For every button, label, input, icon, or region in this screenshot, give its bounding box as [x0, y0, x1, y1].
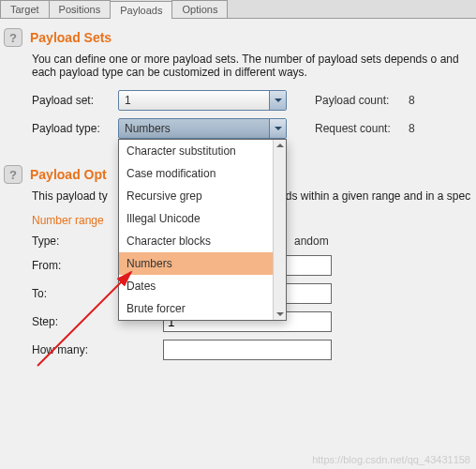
help-icon[interactable]: ? — [4, 165, 22, 184]
option-case-modification[interactable]: Case modification — [119, 162, 286, 185]
payload-set-select[interactable]: 1 — [118, 90, 287, 111]
tab-payloads[interactable]: Payloads — [110, 1, 172, 19]
request-count-value: 8 — [409, 122, 415, 135]
payload-count-value: 8 — [409, 94, 415, 107]
chevron-down-icon[interactable] — [269, 91, 286, 110]
payload-type-label: Payload type: — [32, 122, 118, 135]
type-radio-random[interactable]: andom — [294, 234, 329, 248]
request-count-label: Request count: — [315, 122, 409, 135]
chevron-down-icon[interactable] — [269, 119, 286, 138]
option-illegal-unicode[interactable]: Illegal Unicode — [119, 207, 286, 230]
tab-options[interactable]: Options — [171, 0, 228, 18]
option-brute-forcer[interactable]: Brute forcer — [119, 297, 286, 320]
payload-set-label: Payload set: — [32, 94, 118, 107]
payload-set-value: 1 — [125, 94, 131, 107]
payload-count-label: Payload count: — [315, 94, 409, 107]
howmany-input[interactable] — [163, 340, 332, 360]
payload-options-title: Payload Opt — [30, 167, 107, 182]
option-numbers[interactable]: Numbers — [119, 252, 286, 275]
payload-sets-section: ? Payload Sets You can define one or mor… — [4, 28, 472, 139]
tab-positions[interactable]: Positions — [49, 0, 112, 18]
watermark: https://blog.csdn.net/qq_43431158 — [312, 454, 470, 465]
payload-type-select[interactable]: Numbers — [118, 118, 287, 139]
help-icon[interactable]: ? — [4, 28, 22, 47]
payload-sets-desc: You can define one or more payload sets.… — [32, 53, 472, 79]
payload-type-dropdown: Character substitution Case modification… — [118, 139, 287, 321]
tab-bar: Target Positions Payloads Options — [0, 0, 476, 19]
payload-type-value: Numbers — [125, 122, 171, 135]
howmany-label: How many: — [32, 343, 163, 356]
tab-target[interactable]: Target — [0, 0, 50, 18]
option-dates[interactable]: Dates — [119, 275, 286, 297]
option-character-blocks[interactable]: Character blocks — [119, 230, 286, 252]
option-char-substitution[interactable]: Character substitution — [119, 140, 286, 162]
payload-sets-title: Payload Sets — [30, 30, 112, 45]
option-recursive-grep[interactable]: Recursive grep — [119, 185, 286, 207]
scrollbar[interactable] — [273, 140, 286, 320]
